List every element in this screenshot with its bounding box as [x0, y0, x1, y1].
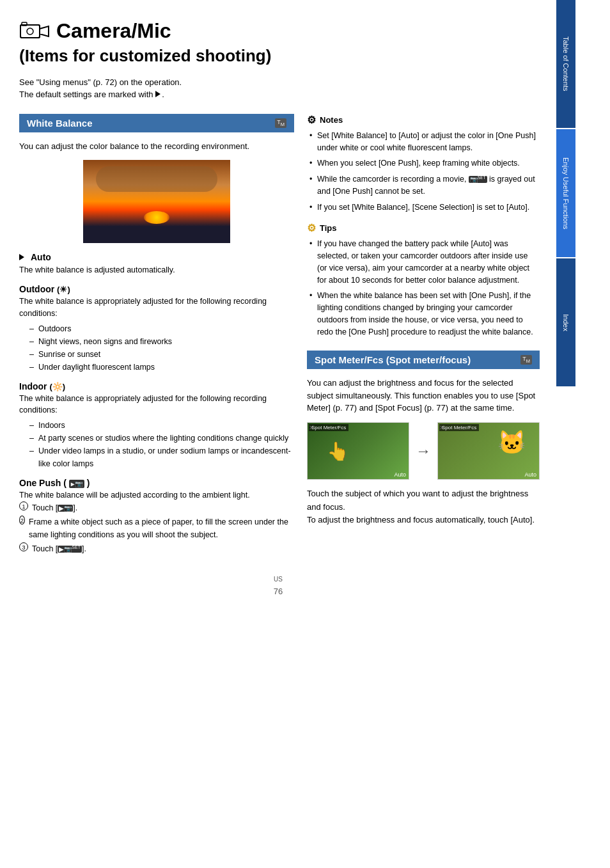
- svg-rect-1: [20, 25, 40, 38]
- auto-marker: [19, 254, 24, 260]
- white-balance-image: [83, 160, 230, 243]
- tip-item: If you have changed the battery pack whi…: [307, 238, 540, 286]
- note-item: While the camcorder is recording a movie…: [307, 173, 540, 198]
- spot-images: ✕ Spot Meter/Fcs 👆 Auto → ✕ Spot Meter/F…: [307, 422, 540, 480]
- outdoor-list-item: Night views, neon signs and fireworks: [29, 335, 294, 348]
- intro-text: See "Using menus" (p. 72) on the operati…: [19, 76, 537, 101]
- indoor-list: Indoors At party scenes or studios where…: [29, 419, 294, 470]
- indoor-list-item: Under video lamps in a studio, or under …: [29, 445, 294, 470]
- step-1: 1 Touch [▶📷].: [19, 501, 294, 514]
- camera-icon: [19, 21, 50, 42]
- tab-enjoy-useful-functions[interactable]: Enjoy Useful Functions: [556, 129, 575, 257]
- spot-label-1: Spot Meter/Fcs: [309, 424, 348, 431]
- triangle-marker: [155, 91, 160, 97]
- spot-meter-section: Spot Meter/Fcs (Spot meter/focus) TM You…: [307, 351, 540, 527]
- option-one-push: One Push ( ▶📷 ) The white balance will b…: [19, 478, 294, 555]
- one-push-symbol: ( ▶📷 ): [63, 478, 90, 488]
- svg-point-3: [27, 28, 33, 35]
- cat-icon: 🐱: [497, 429, 526, 456]
- svg-rect-4: [22, 22, 27, 26]
- spot-auto-label-1: Auto: [394, 471, 406, 478]
- tab-index[interactable]: Index: [556, 258, 575, 386]
- page-title-section: Camera/Mic (Items for customized shootin…: [19, 19, 537, 101]
- page-number: US 76: [19, 576, 537, 596]
- option-outdoor: Outdoor (☀) The white balance is appropr…: [19, 284, 294, 374]
- main-title: Camera/Mic: [56, 19, 171, 43]
- white-balance-desc: You can adjust the color balance to the …: [19, 140, 294, 153]
- page-num-value: 76: [274, 587, 283, 596]
- svg-rect-0: [20, 25, 40, 38]
- outdoor-list: Outdoors Night views, neon signs and fir…: [29, 322, 294, 374]
- spot-image-after: ✕ Spot Meter/Fcs 🐱 Auto: [437, 422, 540, 480]
- tab-table-of-contents[interactable]: Table of Contents: [556, 0, 575, 128]
- option-outdoor-title: Outdoor (☀): [19, 284, 294, 294]
- spot-meter-header: Spot Meter/Fcs (Spot meter/focus) TM: [307, 351, 540, 369]
- spot-meter-title: Spot Meter/Fcs (Spot meter/focus): [315, 354, 471, 365]
- tip-item: When the white balance has been set with…: [307, 290, 540, 338]
- option-auto: Auto The white balance is adjusted autom…: [19, 252, 294, 276]
- tips-icon: ⚙: [307, 222, 316, 234]
- outdoor-list-item: Outdoors: [29, 322, 294, 335]
- outdoor-symbol: (☀): [57, 285, 70, 294]
- image-clouds: [96, 166, 217, 192]
- step-3: 3 Touch [▶📷SET].: [19, 542, 294, 555]
- indoor-list-item: At party scenes or studios where the lig…: [29, 432, 294, 445]
- step-num-2: 2: [19, 516, 25, 525]
- spot-image-before: ✕ Spot Meter/Fcs 👆 Auto: [307, 422, 409, 480]
- tm-badge-white-balance: TM: [275, 118, 286, 128]
- option-indoor-desc: The white balance is appropriately adjus…: [19, 393, 294, 417]
- notes-list: Set [White Balance] to [Auto] or adjust …: [307, 130, 540, 214]
- svg-marker-2: [40, 26, 49, 36]
- step-num-3: 3: [19, 542, 28, 551]
- spot-touch-desc: Touch the subject of which you want to a…: [307, 487, 540, 527]
- notes-section: ⚙ Notes Set [White Balance] to [Auto] or…: [307, 114, 540, 214]
- spot-auto-label-2: Auto: [524, 471, 536, 478]
- page-num-prefix: US: [274, 576, 283, 583]
- tm-badge-spot: TM: [520, 355, 532, 365]
- notes-title: ⚙ Notes: [307, 114, 540, 126]
- tips-list: If you have changed the battery pack whi…: [307, 238, 540, 338]
- option-auto-title: Auto: [19, 252, 294, 262]
- option-auto-desc: The white balance is adjusted automatica…: [19, 264, 294, 276]
- right-tabs: Table of Contents Enjoy Useful Functions…: [556, 0, 575, 868]
- option-outdoor-desc: The white balance is appropriately adjus…: [19, 296, 294, 320]
- step-num-1: 1: [19, 501, 28, 510]
- spot-label-2: Spot Meter/Fcs: [439, 424, 479, 431]
- image-sun: [144, 211, 169, 224]
- tips-section: ⚙ Tips If you have changed the battery p…: [307, 222, 540, 338]
- option-one-push-title: One Push ( ▶📷 ): [19, 478, 294, 488]
- sub-title: (Items for customized shooting): [19, 45, 537, 67]
- note-item: Set [White Balance] to [Auto] or adjust …: [307, 130, 540, 154]
- step-2: 2 Frame a white object such as a piece o…: [19, 516, 294, 541]
- white-balance-header: White Balance TM: [19, 114, 294, 132]
- tips-title: ⚙ Tips: [307, 222, 540, 234]
- hand-icon: 👆: [327, 440, 349, 461]
- arrow-right-icon: →: [416, 442, 431, 460]
- outdoor-list-item: Under daylight fluorescent lamps: [29, 361, 294, 374]
- option-indoor-title: Indoor (🔆): [19, 381, 294, 391]
- outdoor-list-item: Sunrise or sunset: [29, 348, 294, 361]
- option-indoor: Indoor (🔆) The white balance is appropri…: [19, 381, 294, 471]
- spot-meter-desc: You can adjust the brightness and focus …: [307, 377, 540, 414]
- indoor-symbol: (🔆): [49, 382, 65, 391]
- white-balance-title: White Balance: [27, 118, 93, 129]
- note-item: If you set [White Balance], [Scene Selec…: [307, 201, 540, 214]
- indoor-list-item: Indoors: [29, 419, 294, 432]
- note-item: When you select [One Push], keep framing…: [307, 157, 540, 170]
- notes-icon: ⚙: [307, 114, 316, 126]
- option-one-push-desc: The white balance will be adjusted accor…: [19, 489, 294, 501]
